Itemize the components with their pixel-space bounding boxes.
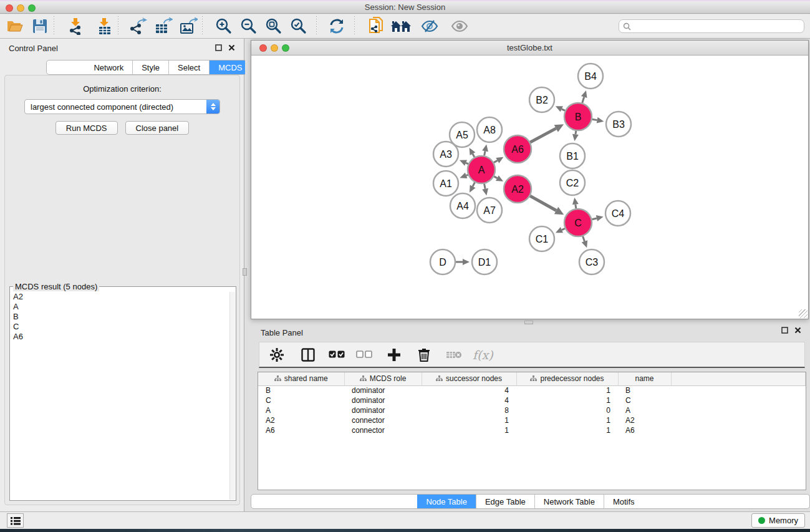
- network-canvas[interactable]: AA1A2A3A4A5A6A7A8BB1B2B3B4CC1C2C3C4DD1: [251, 56, 808, 319]
- show-columns-button[interactable]: [297, 344, 319, 365]
- network-window-titlebar[interactable]: testGlobe.txt: [251, 41, 808, 56]
- edge-C-C2[interactable]: [576, 205, 576, 209]
- float-table-panel-icon[interactable]: [781, 327, 789, 335]
- edge-A-A3[interactable]: [466, 163, 468, 164]
- clone-network-icon: [367, 17, 385, 36]
- table-row[interactable]: A2connector11A2: [258, 415, 806, 425]
- tab-motifs[interactable]: Motifs: [604, 495, 644, 508]
- dropdown-stepper-icon: [206, 100, 219, 114]
- zoom-fit-button[interactable]: [261, 16, 286, 37]
- window-resize-grip[interactable]: [799, 309, 808, 318]
- edge-A-A6[interactable]: [494, 160, 498, 162]
- mcds-result-box: MCDS result (5 nodes) A2ABCA6: [9, 286, 236, 501]
- result-item[interactable]: A: [11, 302, 229, 312]
- zoom-selected-button[interactable]: [286, 16, 311, 37]
- edge-A-A8[interactable]: [485, 151, 485, 155]
- node-label: C3: [586, 257, 599, 268]
- hide-graphics-details-button[interactable]: [417, 16, 442, 37]
- edge-A6-B[interactable]: [530, 128, 556, 142]
- table-cell: A6: [258, 425, 344, 435]
- refresh-layout-button[interactable]: [324, 16, 349, 37]
- tab-network[interactable]: Network: [85, 60, 133, 74]
- column-header-predecessor-nodes[interactable]: predecessor nodes: [516, 372, 618, 385]
- edge-A2-C[interactable]: [530, 196, 556, 210]
- zoom-out-button[interactable]: [236, 16, 261, 37]
- tab-network-table[interactable]: Network Table: [535, 495, 604, 508]
- edge-A-A5[interactable]: [473, 154, 475, 157]
- edge-C-C3[interactable]: [583, 236, 585, 241]
- export-table-button[interactable]: [151, 16, 176, 37]
- add-column-button[interactable]: [383, 344, 405, 365]
- zoom-in-button[interactable]: [211, 16, 236, 37]
- edge-B-B3[interactable]: [592, 119, 597, 120]
- desktop-background: [0, 529, 810, 532]
- task-history-button[interactable]: [7, 513, 24, 528]
- table-row[interactable]: Cdominator41C: [258, 395, 806, 405]
- node-label: B4: [584, 71, 597, 82]
- run-mcds-button[interactable]: Run MCDS: [55, 121, 118, 135]
- result-item[interactable]: C: [11, 322, 229, 332]
- tab-node-table[interactable]: Node Table: [417, 495, 476, 508]
- open-file-button[interactable]: [2, 16, 27, 37]
- import-table-button[interactable]: [92, 16, 117, 37]
- result-item[interactable]: B: [11, 312, 229, 322]
- select-all-button[interactable]: [325, 344, 348, 365]
- column-header-successor-nodes[interactable]: successor nodes: [422, 372, 516, 385]
- close-panel-icon[interactable]: [228, 44, 236, 52]
- tab-edge-table[interactable]: Edge Table: [476, 495, 535, 508]
- node-table[interactable]: shared nameMCDS rolesuccessor nodesprede…: [258, 372, 806, 490]
- network-graph[interactable]: AA1A2A3A4A5A6A7A8BB1B2B3B4CC1C2C3C4DD1: [251, 56, 808, 319]
- mcds-result-list[interactable]: A2ABCA6: [11, 292, 229, 500]
- edge-B-B2[interactable]: [562, 109, 565, 111]
- first-neighbors-button[interactable]: [388, 16, 413, 37]
- edge-C-C4[interactable]: [592, 218, 597, 220]
- memory-button[interactable]: Memory: [751, 513, 805, 528]
- criterion-dropdown[interactable]: largest connected component (directed): [24, 99, 220, 114]
- table-cell: 1: [516, 415, 618, 425]
- edge-A-A7[interactable]: [485, 184, 486, 189]
- tab-style[interactable]: Style: [133, 60, 169, 74]
- edge-B-B1[interactable]: [576, 131, 576, 135]
- result-item[interactable]: A2: [11, 292, 229, 302]
- close-panel-button[interactable]: Close panel: [125, 121, 190, 135]
- close-table-panel-icon[interactable]: [794, 327, 803, 335]
- column-header-name[interactable]: name: [618, 372, 671, 385]
- float-panel-icon[interactable]: [215, 44, 223, 52]
- zoom-in-icon: [215, 17, 233, 35]
- edge-A-A4[interactable]: [473, 182, 475, 186]
- vertical-splitter-handle[interactable]: [243, 268, 247, 276]
- columns-icon: [301, 348, 315, 362]
- table-row[interactable]: Adominator80A: [258, 405, 806, 415]
- search-input[interactable]: [634, 22, 800, 31]
- result-item[interactable]: A6: [11, 332, 229, 342]
- table-cell: 1: [516, 425, 618, 435]
- column-header-MCDS-role[interactable]: MCDS role: [344, 372, 422, 385]
- search-box[interactable]: [619, 19, 804, 33]
- edge-A-A1[interactable]: [466, 175, 468, 175]
- table-row[interactable]: Bdominator41B: [258, 385, 806, 395]
- edge-A-A2[interactable]: [494, 177, 497, 178]
- new-network-from-selection-button[interactable]: [364, 16, 388, 37]
- table-settings-button[interactable]: [266, 344, 288, 365]
- import-network-button[interactable]: [63, 16, 88, 37]
- table-row[interactable]: A6connector11A6: [258, 425, 806, 435]
- table-header[interactable]: shared nameMCDS rolesuccessor nodesprede…: [258, 372, 806, 385]
- column-label: successor nodes: [446, 374, 502, 383]
- save-session-button[interactable]: [27, 16, 52, 37]
- table-cell: 1: [422, 425, 516, 435]
- table-cell: dominator: [344, 395, 422, 405]
- node-label: D: [439, 257, 446, 268]
- show-graphics-details-button[interactable]: [447, 16, 472, 37]
- tab-select[interactable]: Select: [169, 60, 210, 74]
- export-network-button[interactable]: [126, 16, 151, 37]
- edge-C-C1[interactable]: [562, 228, 565, 230]
- column-header-shared-name[interactable]: shared name: [258, 372, 344, 385]
- column-label: MCDS role: [370, 374, 407, 383]
- result-scrollbar[interactable]: [229, 292, 235, 500]
- column-type-icon: [274, 375, 281, 382]
- edge-B-B4[interactable]: [582, 97, 584, 103]
- delete-columns-button[interactable]: [413, 344, 435, 365]
- node-label: C: [574, 218, 582, 228]
- export-image-button[interactable]: [176, 16, 201, 37]
- deselect-all-button[interactable]: [353, 344, 375, 365]
